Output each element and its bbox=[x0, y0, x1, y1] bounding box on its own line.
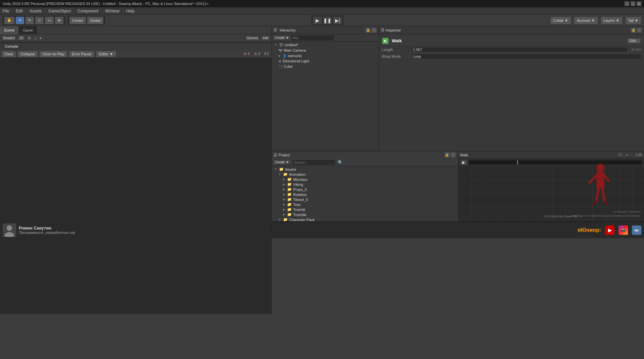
menu-edit[interactable]: Edit bbox=[14, 8, 24, 14]
project-menu[interactable]: ⋮ bbox=[450, 152, 456, 158]
project-charpack[interactable]: ▼ 📁 Character Pack bbox=[272, 217, 458, 221]
space-button[interactable]: Global bbox=[87, 16, 104, 24]
2d-toggle[interactable]: 2D bbox=[17, 36, 25, 41]
shading-dropdown[interactable]: Shaded bbox=[1, 36, 16, 41]
svg-line-26 bbox=[604, 201, 608, 205]
instagram-icon[interactable]: 📷 bbox=[619, 225, 628, 235]
hierarchy-scene[interactable]: ▼ 🎬 Untitled* bbox=[272, 42, 379, 48]
project-create[interactable]: Create ▼ bbox=[273, 160, 291, 165]
all-layers[interactable]: #All bbox=[261, 36, 270, 41]
play-controls: ▶ ❚❚ ▶| bbox=[311, 16, 343, 25]
lights-toggle[interactable]: ☀ bbox=[26, 35, 32, 42]
audio-toggle[interactable]: ♫ bbox=[33, 35, 37, 41]
svg-line-23 bbox=[596, 189, 598, 201]
tab-game[interactable]: Game bbox=[19, 26, 37, 34]
hierarchy-icon: ☰ bbox=[274, 28, 277, 32]
brand-label: яЮниор: bbox=[578, 227, 601, 233]
svg-point-28 bbox=[7, 225, 12, 231]
collapse-button[interactable]: Collapse bbox=[17, 51, 38, 57]
error-pause-button[interactable]: Error Pause bbox=[69, 51, 95, 57]
tool-rect[interactable]: ▭ bbox=[45, 16, 54, 24]
menu-gameobject[interactable]: GameObject bbox=[47, 8, 72, 14]
project-assets-root[interactable]: ▼ 📁 Assets bbox=[272, 167, 458, 172]
project-animation-folder[interactable]: ▼ 📁 Animation bbox=[272, 172, 458, 177]
effects-toggle[interactable]: ✦ bbox=[39, 36, 43, 41]
tool-rotate[interactable]: ↻ bbox=[25, 16, 34, 24]
hierarchy-content: ▼ 🎬 Untitled* 📷 Main Camera ▶ 👤 samuzai bbox=[272, 42, 379, 151]
game-tab-label: Game bbox=[23, 28, 33, 32]
svg-point-19 bbox=[596, 164, 604, 172]
layers-button[interactable]: Layers ▼ bbox=[601, 16, 623, 24]
inspector-header: ☰ Inspector 🔒 ⋮ bbox=[379, 26, 644, 34]
project-rotation[interactable]: ▶ 📁 Rotation bbox=[272, 192, 458, 197]
gizmos-button[interactable]: Gizmos bbox=[245, 36, 260, 41]
hierarchy-item-directional-light[interactable]: ☀ Directional Light bbox=[272, 58, 379, 64]
error-count: ⊘ 0 bbox=[242, 52, 251, 56]
hierarchy-item-cube[interactable]: ⬛ Cube bbox=[272, 64, 379, 69]
tool-scale[interactable]: ⤢ bbox=[35, 16, 44, 24]
tab-console[interactable]: Console bbox=[1, 43, 22, 50]
clear-on-play-button[interactable]: Clear on Play bbox=[39, 51, 67, 57]
search-icon[interactable]: 🔍 bbox=[338, 160, 343, 165]
project-viking[interactable]: ▶ 📁 Viking bbox=[272, 182, 458, 187]
pivot-button[interactable]: Center bbox=[69, 16, 86, 24]
tool-move[interactable]: ✛ bbox=[15, 16, 24, 24]
collab-button[interactable]: Collab ▼ bbox=[550, 16, 571, 24]
project-props[interactable]: ▶ 📁 Props_0 bbox=[272, 187, 458, 192]
project-treeidle[interactable]: ▶ 📁 TreeIdle bbox=[272, 212, 458, 217]
edit-button[interactable]: Edit... bbox=[627, 38, 641, 43]
treehit-folder-icon: 📁 bbox=[287, 207, 292, 212]
project-tileset[interactable]: ▶ 📁 Tileset_5 bbox=[272, 197, 458, 202]
menu-help[interactable]: Help bbox=[125, 8, 136, 14]
anim-play-button[interactable]: ▶ bbox=[460, 159, 468, 165]
light-label: Directional Light bbox=[283, 59, 309, 63]
inspector-lock[interactable]: 🔒 bbox=[631, 28, 636, 33]
menu-window[interactable]: Window bbox=[104, 8, 121, 14]
tool-all[interactable]: ⊕ bbox=[55, 16, 64, 24]
rotation-folder-icon: 📁 bbox=[287, 192, 292, 197]
tileset-arrow: ▶ bbox=[283, 198, 285, 201]
main-layout: Scene Game Shaded 2D ☀ ♫ ✦ Gizmos #All bbox=[0, 26, 644, 221]
minimize-button[interactable]: ─ bbox=[625, 1, 629, 6]
length-label: Length bbox=[382, 48, 409, 52]
project-minotaur[interactable]: ▶ 📁 Minotaur bbox=[272, 177, 458, 182]
inspector-item-header: ▶ Walk Edit... bbox=[380, 36, 643, 46]
hierarchy-create[interactable]: Create ▼ bbox=[273, 35, 291, 40]
props-folder-icon: 📁 bbox=[287, 187, 292, 192]
close-button[interactable]: ✕ bbox=[637, 1, 641, 6]
hierarchy-item-main-camera[interactable]: 📷 Main Camera bbox=[272, 48, 379, 53]
step-button[interactable]: ▶| bbox=[333, 16, 342, 24]
play-button[interactable]: ▶ bbox=[313, 16, 322, 24]
project-treehit[interactable]: ▶ 📁 TreeHit bbox=[272, 207, 458, 212]
vk-icon[interactable]: вк bbox=[632, 225, 641, 235]
menu-file[interactable]: File bbox=[1, 8, 10, 14]
wrapmode-value: Loop bbox=[411, 54, 641, 59]
tree-label: Tree bbox=[293, 203, 301, 207]
hierarchy-menu[interactable]: ⋮ bbox=[371, 28, 377, 33]
menu-component[interactable]: Component bbox=[76, 8, 100, 14]
hierarchy-item-samuzai[interactable]: ▶ 👤 samuzai bbox=[272, 53, 379, 58]
maximize-button[interactable]: □ bbox=[631, 1, 635, 6]
pause-button[interactable]: ❚❚ bbox=[323, 16, 332, 24]
hierarchy-lock[interactable]: 🔒 bbox=[365, 28, 371, 33]
hierarchy-header: ☰ Hierarchy 🔒 ⋮ bbox=[272, 26, 379, 34]
character-preview-svg bbox=[584, 161, 617, 215]
minotaur-arrow: ▶ bbox=[283, 178, 285, 181]
menu-assets[interactable]: Assets bbox=[28, 8, 43, 14]
inspector-menu[interactable]: ⋮ bbox=[637, 28, 642, 33]
project-content[interactable]: ▼ 📁 Assets ▼ 📁 Animation ▶ 📁 Minotaur bbox=[272, 166, 458, 221]
hierarchy-search[interactable] bbox=[291, 35, 334, 41]
cube-label: Cube bbox=[284, 64, 292, 68]
toolbar: ✋ ✛ ↻ ⤢ ▭ ⊕ Center Global ▶ ❚❚ ▶| Collab… bbox=[0, 15, 644, 26]
youtube-icon[interactable]: ▶ bbox=[605, 225, 614, 235]
animation-label: Animation bbox=[289, 172, 306, 176]
editor-button[interactable]: Editor ▼ bbox=[96, 51, 116, 57]
project-search[interactable] bbox=[292, 159, 336, 165]
layout-button[interactable]: Tall ▼ bbox=[625, 16, 641, 24]
clear-button[interactable]: Clear bbox=[1, 51, 16, 57]
tool-hand[interactable]: ✋ bbox=[4, 16, 15, 24]
project-tree[interactable]: ▶ 📁 Tree bbox=[272, 202, 458, 207]
project-lock[interactable]: 🔒 bbox=[444, 152, 450, 158]
tab-scene[interactable]: Scene bbox=[0, 26, 19, 34]
account-button[interactable]: Account ▼ bbox=[574, 16, 598, 24]
